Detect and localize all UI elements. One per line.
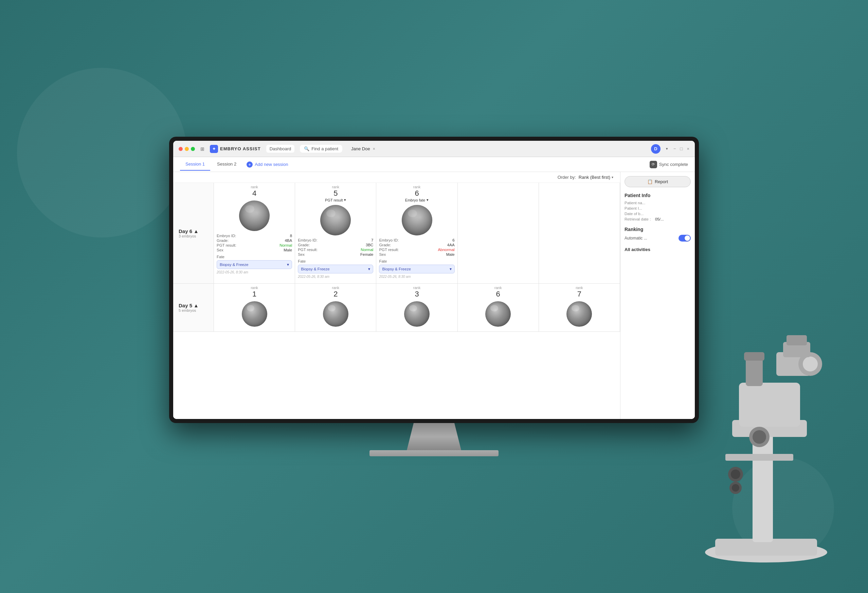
day6-title: Day 6 ▲ [179,228,208,234]
grid-icon: ⊞ [200,146,204,152]
day5-col-7: rank7 [539,284,620,331]
day5-count: 5 embryos [179,308,208,312]
activities-title: All activities [624,247,691,252]
empty-col-2 [539,183,620,283]
fate-chevron-8: ▾ [287,262,289,267]
day5-col-3: rank3 [376,284,458,331]
sync-complete-indicator: ⟳ Sync complete [650,161,688,168]
svg-point-15 [799,352,822,376]
patient-id-row: Patient I... [624,206,691,210]
add-session-button[interactable]: + Add new session [243,159,291,170]
rank-header-6: rank 6 Embryo fate ▾ [376,183,457,203]
close-patient-tab[interactable]: × [373,147,375,151]
embryo-details-6: Embryo ID:6 Grade:4AA PGT result:Abnorma… [376,238,457,256]
browser-chrome: ⊞ ✦ EMBRYO ASSIST Dashboard 🔍 Find a pat… [173,141,695,157]
fate-dropdown-6[interactable]: Biopsy & Freeze ▾ [379,265,455,274]
fate-chevron-7: ▾ [368,267,370,271]
svg-rect-6 [744,352,765,361]
search-icon: 🔍 [304,146,309,151]
add-icon: + [247,162,252,168]
maximize-btn[interactable]: □ [680,146,683,151]
svg-point-11 [731,469,740,479]
automatic-ranking-toggle[interactable] [679,235,691,241]
window-controls: − □ × [673,146,689,151]
monitor-base [369,450,499,456]
day5-embryo-3 [404,301,430,327]
patient-name-row: Patient na... [624,201,691,205]
empty-col-1 [458,183,539,283]
activities-section: All activities [624,247,691,252]
tab-session2[interactable]: Session 2 [211,158,242,171]
day6-section: Day 6 ▲ 3 embryos rank [173,183,620,284]
day5-embryo-2 [323,301,348,327]
embryo-col-rank4: rank 4 Embryo ID:8 Grade:4BA PGT result:… [214,183,295,283]
svg-point-16 [803,356,818,371]
patient-info-section: Patient Info Patient na... Patient I... … [624,193,691,221]
user-avatar[interactable]: D [651,144,660,154]
close-btn[interactable]: × [686,146,689,151]
right-panel: 📋 Report Patient Info Patient na... Pati… [620,172,695,419]
day5-col-1: rank1 [214,284,295,331]
embryo-image-8 [239,200,270,231]
day6-header: Day 6 ▲ 3 embryos [173,183,214,283]
embryo-col-rank5: rank 5 PGT result ▾ [295,183,376,283]
rank-header-5: rank 5 PGT result ▾ [295,183,376,203]
ranking-title: Ranking [624,227,691,232]
embryo-table-area: Order by: Rank (Best first) ▾ [173,172,620,419]
app-name-label: EMBRYO ASSIST [220,146,261,151]
report-button[interactable]: 📋 Report [624,176,691,187]
day5-embryo-1 [242,301,267,327]
pgt-result-dropdown[interactable]: PGT result ▾ [298,198,373,202]
day5-embryo-4 [485,301,511,327]
nav-dashboard[interactable]: Dashboard [266,145,295,153]
svg-rect-3 [732,420,807,437]
sync-icon: ⟳ [650,161,657,168]
day5-embryo-columns: rank1 rank2 rank3 [214,284,620,331]
app-content: Order by: Rank (Best first) ▾ [173,172,695,419]
fate-dropdown-7[interactable]: Biopsy & Freeze ▾ [298,265,373,274]
order-dropdown[interactable]: Rank (Best first) ▾ [579,175,613,180]
app-logo: ✦ EMBRYO ASSIST [210,145,261,153]
tab-session1[interactable]: Session 1 [180,158,210,171]
order-chevron: ▾ [612,175,613,179]
day5-embryo-5 [567,301,592,327]
retrieval-row: Retrieval date : 05/... [624,217,691,221]
minimize-btn[interactable]: − [673,146,676,151]
day5-col-2: rank2 [295,284,376,331]
session-tabs-bar: Session 1 Session 2 + Add new session ⟳ … [173,157,695,172]
embryo-details-7: Embryo ID:7 Grade:3BC PGT result:Normal … [295,238,376,256]
embryo-col-rank6: rank 6 Embryo fate ▾ [376,183,458,283]
fate-dropdown-8[interactable]: Biopsy & Freeze ▾ [217,260,292,269]
report-icon: 📋 [647,179,653,184]
monitor: ⊞ ✦ EMBRYO ASSIST Dashboard 🔍 Find a pat… [169,137,699,423]
app-icon: ✦ [210,145,218,153]
svg-rect-4 [739,383,800,427]
svg-rect-14 [776,352,810,376]
monitor-screen: ⊞ ✦ EMBRYO ASSIST Dashboard 🔍 Find a pat… [173,141,695,419]
nav-find-patient[interactable]: 🔍 Find a patient [300,145,342,153]
svg-point-8 [753,430,766,444]
rank-header-4: rank 4 [214,183,295,199]
day5-title: Day 5 ▲ [179,303,208,308]
svg-rect-17 [783,342,810,357]
monitor-stand [400,423,468,450]
day5-chevron: ▲ [193,303,199,308]
day5-header: Day 5 ▲ 5 embryos [173,284,214,331]
dob-row: Date of b... [624,212,691,216]
embryo-details-8: Embryo ID:8 Grade:4BA PGT result:Normal … [214,234,295,252]
embryo-image-6 [402,205,432,235]
patient-tab[interactable]: Jane Doe × [348,145,379,153]
chevron-down-icon: ▾ [666,147,668,151]
svg-rect-5 [746,356,763,386]
dot-maximize[interactable] [191,147,195,151]
day5-section: Day 5 ▲ 5 embryos rank1 [173,284,620,332]
day6-chevron: ▲ [193,228,199,234]
day6-count: 3 embryos [179,234,208,238]
order-bar: Order by: Rank (Best first) ▾ [173,172,620,183]
fate-section-6: Fate Biopsy & Freeze ▾ 2022-05-26, 8:30 … [376,257,457,280]
day6-embryo-columns: rank 4 Embryo ID:8 Grade:4BA PGT result:… [214,183,620,283]
dot-close[interactable] [179,147,183,151]
dot-minimize[interactable] [185,147,189,151]
embryo-fate-dropdown-header[interactable]: Embryo fate ▾ [379,198,455,202]
embryo-image-7 [320,205,351,235]
